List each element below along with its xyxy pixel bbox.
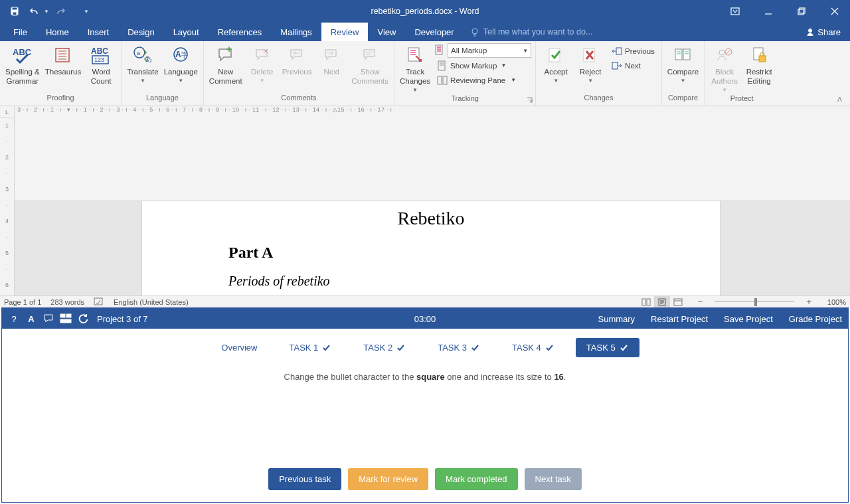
- svg-rect-25: [549, 48, 560, 62]
- horizontal-ruler[interactable]: 3 · ı · 2 · ı · 1 · ı · ▾ · ı · 1 · ı · …: [15, 106, 850, 201]
- tab-developer[interactable]: Developer: [405, 23, 463, 41]
- zoom-slider[interactable]: [715, 296, 794, 308]
- help-icon[interactable]: ?: [8, 313, 20, 325]
- proofing-status-icon[interactable]: [94, 297, 104, 307]
- chat-icon[interactable]: [42, 313, 54, 325]
- status-page[interactable]: Page 1 of 1: [4, 298, 41, 306]
- zoom-out-button[interactable]: −: [695, 297, 706, 307]
- word-count-button[interactable]: ABC123 Word Count: [84, 42, 118, 86]
- doc-title[interactable]: Rebetiko: [228, 208, 634, 229]
- document-area: L 1· 2· 3· 4· 5· 6· 3 · ı · 2 · ı · 1 · …: [0, 106, 850, 295]
- language-button[interactable]: A字 Language ▼: [161, 42, 201, 84]
- translate-button[interactable]: aあ Translate ▼: [124, 42, 161, 84]
- share-label: Share: [817, 27, 841, 37]
- task-3[interactable]: TASK 3: [427, 338, 491, 357]
- status-language[interactable]: English (United States): [114, 298, 189, 306]
- svg-text:123: 123: [94, 56, 104, 63]
- task-2[interactable]: TASK 2: [353, 338, 416, 357]
- tab-design[interactable]: Design: [118, 23, 163, 41]
- mark-completed-button[interactable]: Mark completed: [435, 468, 517, 490]
- restrict-editing-button[interactable]: Restrict Editing: [742, 42, 776, 86]
- chevron-down-icon: ▼: [178, 78, 183, 84]
- reject-button[interactable]: Reject ▼: [573, 42, 608, 84]
- minimize-icon[interactable]: [753, 0, 784, 23]
- thesaurus-icon: [54, 46, 72, 64]
- task-action-buttons: Previous task Mark for review Mark compl…: [2, 468, 848, 490]
- font-size-icon[interactable]: A: [25, 313, 37, 325]
- group-label-proofing: Proofing: [0, 94, 121, 106]
- zoom-level[interactable]: 100%: [827, 298, 846, 306]
- read-mode-icon[interactable]: [638, 296, 654, 308]
- svg-rect-28: [612, 62, 618, 69]
- spelling-grammar-button[interactable]: ABC Spelling & Grammar: [3, 42, 42, 86]
- project-restart[interactable]: Restart Project: [651, 314, 708, 324]
- share-button[interactable]: Share: [796, 23, 850, 41]
- svg-text:ABC: ABC: [13, 47, 32, 57]
- tab-home[interactable]: Home: [37, 23, 78, 41]
- previous-task-button[interactable]: Previous task: [268, 468, 341, 490]
- task-1[interactable]: TASK 1: [278, 338, 342, 357]
- prev-change-icon: [612, 46, 622, 56]
- print-layout-icon[interactable]: [654, 296, 670, 308]
- tab-mailings[interactable]: Mailings: [271, 23, 321, 41]
- collapse-ribbon-icon[interactable]: ᐱ: [833, 94, 846, 104]
- undo-icon[interactable]: [25, 2, 44, 21]
- lightbulb-icon: [470, 27, 479, 37]
- thesaurus-button[interactable]: Thesaurus: [42, 42, 84, 77]
- status-words[interactable]: 283 words: [50, 298, 84, 306]
- accept-button[interactable]: Accept ▼: [539, 42, 573, 84]
- compare-button[interactable]: Compare ▼: [665, 42, 701, 84]
- heading-periods[interactable]: Periods of rebetiko: [228, 274, 634, 289]
- chevron-down-icon: ▼: [511, 77, 516, 83]
- mark-review-button[interactable]: Mark for review: [348, 468, 428, 490]
- next-task-button[interactable]: Next task: [525, 468, 582, 490]
- previous-change-button[interactable]: Previous: [609, 44, 657, 58]
- show-comments-button: Show Comments: [349, 42, 391, 86]
- page[interactable]: Rebetiko Part A Periods of rebetiko Unti…: [142, 201, 720, 295]
- svg-rect-35: [94, 298, 102, 305]
- tab-references[interactable]: References: [209, 23, 271, 41]
- undo-dropdown-icon[interactable]: ▼: [42, 6, 50, 17]
- track-changes-button[interactable]: Track Changes ▼: [397, 42, 433, 93]
- project-summary[interactable]: Summary: [598, 314, 635, 324]
- vertical-ruler[interactable]: 1· 2· 3· 4· 5· 6·: [0, 118, 15, 304]
- layout-icon[interactable]: [60, 313, 72, 325]
- svg-point-7: [809, 29, 812, 33]
- share-icon: [806, 27, 815, 37]
- svg-text:字: 字: [181, 51, 188, 58]
- web-layout-icon[interactable]: [670, 296, 686, 308]
- qat-customize-icon[interactable]: ▼: [82, 6, 90, 17]
- tab-file[interactable]: File: [4, 23, 37, 41]
- accept-icon: [547, 47, 564, 63]
- tab-insert[interactable]: Insert: [78, 23, 119, 41]
- chevron-down-icon: ▼: [140, 78, 145, 84]
- svg-rect-27: [616, 48, 622, 54]
- task-overview[interactable]: Overview: [211, 338, 268, 357]
- tab-review[interactable]: Review: [321, 23, 369, 41]
- heading-part-a[interactable]: Part A: [228, 244, 634, 262]
- project-save[interactable]: Save Project: [724, 314, 773, 324]
- new-comment-button[interactable]: + New Comment: [207, 42, 245, 86]
- ribbon-display-icon[interactable]: [720, 0, 750, 23]
- redo-icon[interactable]: [52, 2, 70, 21]
- group-label-language: Language: [122, 94, 203, 106]
- project-grade[interactable]: Grade Project: [789, 314, 842, 324]
- document-canvas[interactable]: Rebetiko Part A Periods of rebetiko Unti…: [15, 201, 850, 295]
- markup-display-select[interactable]: All Markup▼: [434, 43, 531, 58]
- reviewing-pane-button[interactable]: Reviewing Pane ▼: [434, 73, 531, 87]
- tab-layout[interactable]: Layout: [164, 23, 209, 41]
- task-4[interactable]: TASK 4: [501, 338, 565, 357]
- ruler-corner[interactable]: L: [0, 106, 15, 118]
- next-change-button[interactable]: Next: [609, 58, 657, 72]
- dialog-launcher-icon[interactable]: [526, 97, 534, 105]
- show-markup-button[interactable]: Show Markup ▼: [434, 58, 531, 72]
- save-icon[interactable]: [5, 2, 24, 21]
- tell-me-box[interactable]: Tell me what you want to do...: [464, 23, 797, 41]
- task-5[interactable]: TASK 5: [576, 338, 639, 357]
- svg-rect-36: [642, 299, 645, 305]
- refresh-icon[interactable]: [77, 313, 89, 325]
- zoom-in-button[interactable]: +: [804, 297, 814, 307]
- tab-view[interactable]: View: [368, 23, 405, 41]
- maximize-icon[interactable]: [786, 0, 817, 23]
- close-icon[interactable]: [819, 0, 850, 23]
